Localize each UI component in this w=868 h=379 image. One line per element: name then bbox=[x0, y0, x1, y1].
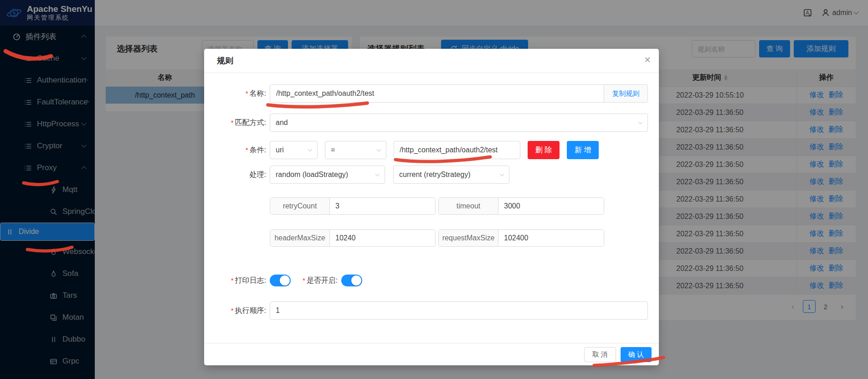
print-log-toggle[interactable] bbox=[270, 275, 291, 286]
confirm-button[interactable]: 确 认 bbox=[621, 347, 652, 362]
condition-add-button[interactable]: 新 增 bbox=[567, 141, 599, 159]
requestmaxsize-input[interactable] bbox=[498, 230, 604, 246]
condition-label: 条件: bbox=[250, 146, 266, 154]
name-label: 名称: bbox=[250, 89, 266, 97]
timeout-input[interactable] bbox=[498, 198, 604, 214]
requestmaxsize-key: requestMaxSize bbox=[439, 230, 498, 246]
enabled-toggle[interactable] bbox=[341, 275, 362, 286]
condition-row: *条件: uri = 删 除 新 增 bbox=[204, 141, 648, 159]
chevron-down-icon bbox=[638, 119, 643, 124]
modal-header: 规则 × bbox=[204, 49, 659, 73]
print-log-label: 打印日志: bbox=[235, 276, 266, 284]
retrycount-key: retryCount bbox=[270, 198, 330, 214]
condition-param-select[interactable]: uri bbox=[270, 141, 318, 159]
shenyu-admin-app: A admin Apache ShenYu 网关管理系统 插件列表 bbox=[0, 0, 868, 379]
copy-rule-button[interactable]: 复制规则 bbox=[604, 85, 647, 102]
modal-title: 规则 bbox=[217, 55, 233, 66]
chevron-down-icon bbox=[375, 171, 380, 176]
order-label: 执行顺序: bbox=[235, 306, 266, 314]
condition-operator-select[interactable]: = bbox=[325, 141, 386, 159]
name-field-row: *名称: 复制规则 bbox=[204, 84, 648, 103]
enabled-label: 是否开启: bbox=[307, 276, 338, 284]
handle-label: 处理: bbox=[204, 170, 266, 180]
kv-row-2: headerMaxSize requestMaxSize bbox=[204, 229, 648, 247]
order-row: *执行顺序: bbox=[204, 301, 648, 320]
match-mode-select[interactable]: and bbox=[270, 114, 648, 132]
load-strategy-select[interactable]: random (loadStrategy) bbox=[270, 166, 385, 184]
required-mark: * bbox=[303, 276, 305, 284]
headermaxsize-key: headerMaxSize bbox=[270, 230, 330, 246]
cancel-button[interactable]: 取 消 bbox=[584, 347, 616, 362]
match-mode-label: 匹配方式: bbox=[235, 119, 266, 126]
kv-row-1: retryCount timeout bbox=[204, 197, 648, 215]
rule-modal: 规则 × *名称: 复制规则 *匹配方式: and *条件: bbox=[204, 49, 659, 365]
condition-value-input[interactable] bbox=[394, 141, 520, 159]
chevron-down-icon bbox=[377, 147, 381, 151]
toggles-row: *打印日志: *是否开启: bbox=[204, 275, 648, 286]
required-mark: * bbox=[231, 276, 234, 284]
required-mark: * bbox=[246, 89, 248, 97]
chevron-down-icon bbox=[500, 171, 504, 176]
close-icon[interactable]: × bbox=[644, 53, 651, 66]
rule-name-input[interactable] bbox=[270, 85, 604, 102]
chevron-down-icon bbox=[308, 147, 313, 151]
match-mode-row: *匹配方式: and bbox=[204, 114, 648, 132]
required-mark: * bbox=[246, 146, 248, 154]
order-input[interactable] bbox=[270, 301, 648, 320]
required-mark: * bbox=[231, 119, 234, 126]
headermaxsize-input[interactable] bbox=[330, 230, 435, 246]
timeout-key: timeout bbox=[439, 198, 498, 214]
retrycount-input[interactable] bbox=[330, 198, 435, 214]
condition-delete-button[interactable]: 删 除 bbox=[528, 141, 560, 159]
retry-strategy-select[interactable]: current (retryStrategy) bbox=[393, 166, 509, 184]
modal-footer: 取 消 确 认 bbox=[204, 343, 659, 365]
required-mark: * bbox=[231, 306, 234, 314]
handle-row: 处理: random (loadStrategy) current (retry… bbox=[204, 166, 648, 184]
modal-body: *名称: 复制规则 *匹配方式: and *条件: uri bbox=[204, 73, 659, 343]
